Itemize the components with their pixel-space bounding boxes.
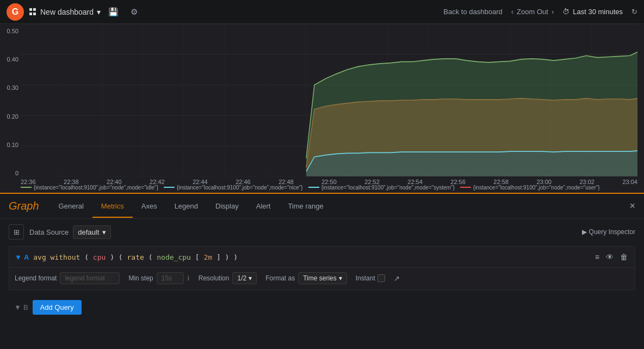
chart-legend: {instance="localhost:9100",job="node",mo… [21,182,637,193]
legend-format-input[interactable] [60,272,120,284]
panel-title: Graph [9,200,39,212]
format-as-group: Format as Time series ▾ [265,272,347,284]
instant-group: Instant [356,274,385,282]
query-b-letter: B [23,303,28,311]
legend-label-nice: {instance="localhost:9100",job="node",mo… [177,185,303,191]
chevron-down-icon: ▾ [102,228,106,236]
kw-without: without [51,253,81,261]
min-step-input[interactable] [157,272,184,284]
tab-legend[interactable]: Legend [166,195,207,218]
chart-svg [21,24,637,176]
tab-general[interactable]: General [50,195,92,218]
query-row-a-header: ▼ A avg without ( cpu ) ( rate ( node_cp… [9,247,635,267]
zoom-out-button[interactable]: Zoom Out [517,8,548,16]
y-label-030: 0.30 [2,85,18,91]
time-range-label: Last 30 minutes [573,8,623,16]
zoom-next-button[interactable]: › [552,8,554,16]
legend-item-idle[interactable]: {instance="localhost:9100",job="node",mo… [21,185,158,191]
datasource-select[interactable]: default ▾ [73,225,111,239]
query-b-label: ▼ B [14,303,28,311]
query-a-label[interactable]: ▼ A [15,253,29,261]
legend-item-user[interactable]: {instance="localhost:9100",job="node",mo… [460,185,600,191]
zoom-section: ‹ Zoom Out › [511,8,554,16]
min-step-group: Min step ℹ [128,272,189,284]
legend-format-label: Legend format [15,274,57,282]
chevron-down-icon: ▼ [15,253,22,261]
y-label-0: 0 [2,170,18,176]
kw-open-paren3: ( [148,253,153,261]
resolution-label: Resolution [199,274,230,282]
resolution-select[interactable]: 1/2 ▾ [232,272,257,284]
top-bar-right: Back to dashboard ‹ Zoom Out › ⏱ Last 30… [443,8,637,16]
kw-close-paren2: ) [233,253,238,261]
time-section[interactable]: ⏱ Last 30 minutes [562,8,623,16]
y-label-020: 0.20 [2,114,18,120]
kw-node-cpu: node_cpu [157,253,191,261]
chevron-down-icon: ▾ [339,274,342,282]
chevron-down-icon: ▾ [97,8,101,16]
save-button[interactable]: 💾 [106,5,121,19]
tab-metrics[interactable]: Metrics [92,195,133,218]
kw-close-bracket: ] [216,253,221,261]
metrics-content: ⊞ Data Source default ▾ ▶ Query Inspecto… [0,219,644,324]
add-query-button[interactable]: Add Query [33,300,82,315]
format-as-value: Time series [303,274,337,282]
resolution-group: Resolution 1/2 ▾ [199,272,257,284]
kw-open-paren2: ( [119,253,123,261]
top-bar-icons: 💾 ⚙ [106,5,140,19]
kw-close-paren3: ) [225,253,230,261]
legend-format-group: Legend format [15,272,120,284]
kw-2m: 2m [203,253,212,261]
tab-time-range[interactable]: Time range [279,195,332,218]
format-as-select[interactable]: Time series ▾ [298,272,347,284]
datasource-icon: ⊞ [9,224,24,240]
query-a-actions: ≡ 👁 🗑 [593,251,629,263]
datasource-label: Data Source [29,228,69,236]
query-inspector-button[interactable]: ▶ Query Inspector [582,228,635,236]
bottom-panel: Graph General Metrics Axes Legend Displa… [0,193,644,349]
add-query-row: ▼ B Add Query [9,296,635,319]
panel-close-button[interactable]: × [629,200,635,212]
panel-header: Graph General Metrics Axes Legend Displa… [0,194,644,219]
query-a-options: Legend format Min step ℹ Resolution 1/2 … [9,267,635,290]
tab-display[interactable]: Display [207,195,247,218]
tab-bar: General Metrics Axes Legend Display Aler… [50,195,630,217]
tab-axes[interactable]: Axes [133,195,166,218]
instant-label: Instant [356,274,375,282]
refresh-button[interactable]: ↻ [631,8,637,16]
kw-open-bracket: [ [195,253,200,261]
min-step-label: Min step [128,274,153,282]
query-options-button[interactable]: ≡ [593,251,601,263]
settings-button[interactable]: ⚙ [128,5,140,19]
query-a-expression[interactable]: avg without ( cpu ) ( rate ( node_cpu [ … [33,253,589,261]
top-bar: G New dashboard ▾ 💾 ⚙ Back to dashboard … [0,0,644,24]
chevron-down-icon: ▾ [249,274,252,282]
datasource-row: ⊞ Data Source default ▾ ▶ Query Inspecto… [9,224,635,240]
format-as-label: Format as [265,274,295,282]
chart-y-axis: 0.50 0.40 0.30 0.20 0.10 0 [0,24,21,176]
clock-icon: ⏱ [562,8,569,16]
info-icon: ℹ [187,274,190,282]
dashboard-title[interactable]: New dashboard ▾ [29,8,101,16]
back-to-dashboard-button[interactable]: Back to dashboard [443,8,502,16]
chevron-right-icon: ▼ [14,303,21,311]
y-label-040: 0.40 [2,57,18,63]
tab-alert[interactable]: Alert [247,195,280,218]
legend-item-system[interactable]: {instance="localhost:9100",job="node",mo… [308,185,455,191]
datasource-value: default [78,228,99,236]
kw-cpu: cpu [93,253,106,261]
grid-icon [29,8,37,16]
legend-item-nice[interactable]: {instance="localhost:9100",job="node",mo… [164,185,303,191]
dashboard-title-text: New dashboard [40,8,94,16]
query-row-a: ▼ A avg without ( cpu ) ( rate ( node_cp… [9,246,635,290]
query-delete-button[interactable]: 🗑 [618,251,629,263]
legend-label-idle: {instance="localhost:9100",job="node",mo… [34,185,158,191]
y-label-010: 0.10 [2,142,18,148]
grafana-logo[interactable]: G [7,3,24,21]
chart-container: 0.50 0.40 0.30 0.20 0.10 0 [0,24,644,193]
query-toggle-vis-button[interactable]: 👁 [604,251,615,263]
y-label-050: 0.50 [2,28,18,34]
instant-checkbox[interactable] [377,274,385,282]
zoom-prev-button[interactable]: ‹ [511,8,513,16]
share-button[interactable]: ↗ [394,274,400,283]
